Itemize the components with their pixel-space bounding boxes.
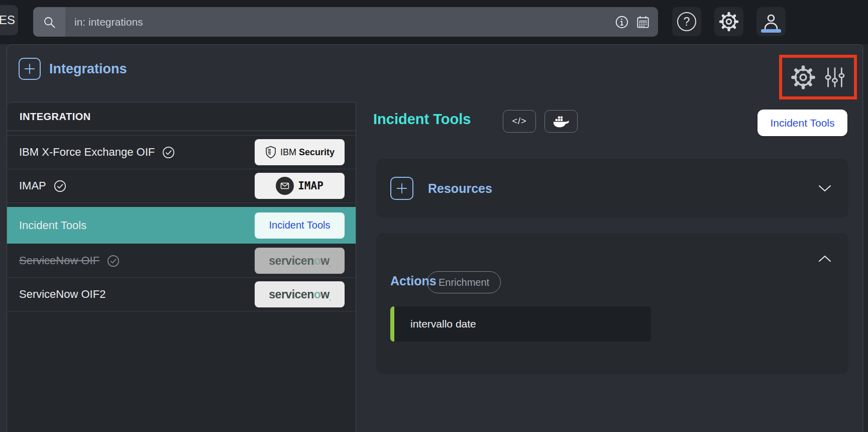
resources-section: Resources xyxy=(376,159,848,218)
user-account-button[interactable] xyxy=(756,7,786,36)
ibm-shield-icon xyxy=(265,146,277,159)
action-item-label: intervallo date xyxy=(410,318,476,330)
integration-name: IMAP xyxy=(19,179,46,192)
incident-tools-badge-text: Incident Tools xyxy=(269,220,331,231)
incident-tools-badge: Incident Tools xyxy=(255,212,345,239)
code-icon: </> xyxy=(512,116,526,127)
actions-section: Actions Enrichment intervallo date xyxy=(376,233,848,374)
table-row-incident-tools[interactable]: Incident Tools Incident Tools xyxy=(7,207,356,244)
docker-button[interactable] xyxy=(545,110,578,133)
envelope-icon xyxy=(276,177,294,195)
imap-logo-badge: IMAP xyxy=(255,173,345,199)
active-user-indicator xyxy=(761,29,781,33)
integration-name: ServiceNow OIF2 xyxy=(19,288,105,301)
right-edge-strip xyxy=(863,44,868,432)
servicenow-logo-badge: servicenow. xyxy=(255,281,345,307)
plus-icon xyxy=(23,62,36,75)
app-screen: ES xyxy=(0,0,868,432)
chevron-down-icon[interactable] xyxy=(818,184,832,192)
table-row-imap[interactable]: IMAP IMAP xyxy=(7,169,356,203)
search-icon-section[interactable] xyxy=(33,7,65,37)
table-spacer xyxy=(7,131,356,136)
check-circle-icon xyxy=(162,146,175,159)
sidebar-partial-label: ES xyxy=(0,13,15,27)
integration-name: IBM X-Force Exchange OIF xyxy=(19,146,155,159)
help-glyph: ? xyxy=(684,15,690,29)
filter-sliders-icon[interactable] xyxy=(823,65,846,90)
enrichment-tag-label: Enrichment xyxy=(439,277,489,288)
top-bar: ES xyxy=(0,0,868,44)
ibm-logo-text: IBM Security xyxy=(280,147,335,158)
enrichment-tag: Enrichment xyxy=(427,271,501,293)
add-resource-button[interactable] xyxy=(390,177,413,200)
info-icon[interactable] xyxy=(614,14,630,30)
search-input[interactable] xyxy=(65,7,658,37)
detail-panel-title: Incident Tools xyxy=(373,111,471,128)
resources-section-title: Resources xyxy=(428,181,492,196)
integration-table: INTEGRATION IBM X-Force Exchange OIF xyxy=(7,102,356,432)
table-row-servicenow-oif2[interactable]: ServiceNow OIF2 servicenow. xyxy=(7,278,356,311)
integrations-page: Integrations xyxy=(7,44,863,432)
page-title: Integrations xyxy=(49,61,127,77)
chevron-up-icon[interactable] xyxy=(818,255,832,263)
table-row-servicenow-oif[interactable]: ServiceNow OIF servicenow. xyxy=(7,244,356,278)
check-circle-icon xyxy=(53,179,67,193)
servicenow-logo-badge: servicenow. xyxy=(255,248,345,274)
calendar-icon[interactable] xyxy=(635,14,651,30)
settings-button[interactable] xyxy=(714,7,743,36)
action-item-intervallo-date[interactable]: intervallo date xyxy=(390,306,651,342)
integration-name: ServiceNow OIF xyxy=(19,254,99,267)
add-integration-button[interactable] xyxy=(19,58,41,80)
view-code-button[interactable]: </> xyxy=(503,110,536,133)
search-icon xyxy=(42,15,56,29)
ibm-security-logo-badge: IBM Security xyxy=(255,139,345,165)
table-row-ibm-xforce[interactable]: IBM X-Force Exchange OIF IBM Securi xyxy=(7,136,356,169)
docker-whale-icon xyxy=(553,115,569,128)
imap-logo-text: IMAP xyxy=(298,180,323,192)
page-gear-icon[interactable] xyxy=(790,64,816,90)
incident-tools-button[interactable]: Incident Tools xyxy=(757,110,847,136)
column-header-integration: INTEGRATION xyxy=(7,102,356,131)
integration-name: Incident Tools xyxy=(19,219,86,232)
plus-icon xyxy=(395,182,408,195)
incident-tools-button-label: Incident Tools xyxy=(770,117,834,129)
help-button[interactable]: ? xyxy=(672,7,701,36)
sidebar-partial-button[interactable]: ES xyxy=(0,5,18,35)
gear-icon xyxy=(718,11,739,32)
annotation-highlight-box xyxy=(779,55,857,99)
user-icon xyxy=(761,12,781,32)
global-search-bar xyxy=(33,7,658,37)
check-circle-icon xyxy=(106,254,120,268)
help-icon: ? xyxy=(677,12,696,31)
